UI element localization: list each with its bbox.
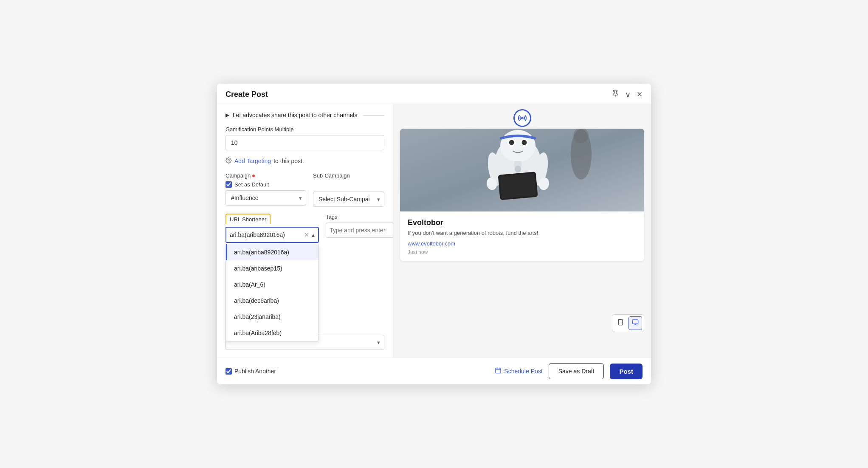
broadcast-icon-wrapper — [513, 109, 531, 127]
tags-group: Tags ▾ — [326, 214, 393, 250]
url-shortener-group: URL Shortener ✕ ▴ ari.ba(ariba892016a) a… — [225, 214, 319, 243]
publish-another-label: Publish Another — [234, 368, 276, 375]
left-panel: ▶ Let advocates share this post to other… — [217, 104, 393, 358]
url-shortener-dropdown: ari.ba(ariba892016a) ari.ba(aribasep15) … — [225, 244, 319, 341]
dropdown-item-4[interactable]: ari.ba(23janariba) — [226, 309, 318, 325]
preview-desc: If you don't want a generation of robots… — [408, 230, 637, 236]
sub-campaign-select-wrapper: Select Sub-Campaign (optional) ▾ — [313, 192, 384, 207]
section-divider — [363, 115, 384, 116]
svg-rect-20 — [618, 319, 622, 325]
campaign-col: Campaign Set as Default #Influence ▾ — [225, 172, 306, 207]
svg-point-17 — [515, 166, 521, 172]
modal-body: ▶ Let advocates share this post to other… — [217, 104, 651, 358]
tags-input[interactable] — [330, 223, 393, 237]
dropdown-item-3[interactable]: ari.ba(dec6ariba) — [226, 293, 318, 309]
url-chevron-up-icon[interactable]: ▴ — [312, 231, 315, 238]
view-toggle — [612, 314, 644, 332]
footer-left: Publish Another — [225, 368, 276, 375]
schedule-post-label: Schedule Post — [504, 368, 542, 375]
tags-label: Tags — [326, 214, 393, 220]
set-as-default-checkbox[interactable] — [225, 181, 232, 188]
publish-another-checkbox[interactable] — [225, 368, 232, 375]
svg-rect-22 — [632, 320, 638, 324]
sub-campaign-label: Sub-Campaign — [313, 172, 384, 179]
preview-link: www.evoltobor.com — [408, 240, 637, 247]
gamification-label: Gamification Points Multiple — [225, 126, 384, 133]
campaign-row: Campaign Set as Default #Influence ▾ — [225, 172, 384, 207]
url-shortener-input[interactable] — [230, 228, 304, 242]
close-icon[interactable]: ✕ — [637, 90, 643, 99]
preview-image — [400, 129, 644, 211]
add-targeting-row[interactable]: Add Targeting to this post. — [225, 157, 384, 165]
header-actions: ∨ ✕ — [612, 90, 643, 99]
calendar-icon — [495, 367, 502, 375]
url-clear-icon[interactable]: ✕ — [304, 231, 309, 238]
svg-rect-16 — [500, 173, 536, 198]
mobile-view-button[interactable] — [614, 316, 627, 330]
add-targeting-rest: to this post. — [273, 158, 304, 164]
modal-title: Create Post — [225, 90, 268, 99]
broadcast-icon — [513, 109, 531, 127]
targeting-gear-icon — [225, 157, 232, 165]
right-panel: Evoltobor If you don't want a generation… — [393, 104, 651, 358]
url-shortener-label: URL Shortener — [225, 214, 271, 224]
post-button[interactable]: Post — [610, 364, 643, 379]
schedule-post-button[interactable]: Schedule Post — [495, 367, 542, 375]
campaign-select-wrapper: #Influence ▾ — [225, 190, 306, 206]
gamification-group: Gamification Points Multiple — [225, 126, 384, 150]
svg-point-8 — [509, 140, 514, 145]
create-post-modal: Create Post ∨ ✕ ▶ Let advocates share th… — [217, 84, 651, 384]
save-draft-button[interactable]: Save as Draft — [549, 363, 604, 379]
desktop-view-button[interactable] — [628, 316, 642, 330]
modal-header: Create Post ∨ ✕ — [217, 84, 651, 104]
campaign-select[interactable]: #Influence — [225, 190, 306, 206]
sub-campaign-col: Sub-Campaign Select Sub-Campaign (option… — [313, 172, 384, 207]
add-targeting-link[interactable]: Add Targeting — [234, 158, 271, 164]
tags-input-wrapper: ▾ — [326, 223, 393, 238]
sub-campaign-select[interactable]: Select Sub-Campaign (optional) — [313, 192, 384, 207]
section-toggle[interactable]: ▶ Let advocates share this post to other… — [225, 112, 384, 118]
collapse-icon[interactable]: ∨ — [625, 90, 631, 99]
url-tags-row: URL Shortener ✕ ▴ ari.ba(ariba892016a) a… — [225, 214, 384, 250]
preview-title: Evoltobor — [408, 218, 637, 227]
required-indicator — [252, 175, 255, 177]
gamification-input[interactable] — [225, 135, 384, 150]
dropdown-item-1[interactable]: ari.ba(aribasep15) — [226, 260, 318, 276]
dropdown-item-5[interactable]: ari.ba(Ariba28feb) — [226, 325, 318, 341]
preview-content: Evoltobor If you don't want a generation… — [400, 211, 644, 261]
campaign-label: Campaign — [225, 172, 306, 179]
modal-footer: Publish Another Schedule Post Save as Dr… — [217, 358, 651, 384]
preview-time: Just now — [408, 249, 637, 255]
section-toggle-label: Let advocates share this post to other c… — [233, 112, 357, 118]
svg-point-9 — [522, 140, 527, 145]
svg-point-2 — [521, 117, 523, 119]
set-as-default-row: Set as Default — [225, 181, 306, 188]
toggle-arrow-icon: ▶ — [225, 112, 229, 118]
pin-icon[interactable] — [612, 90, 619, 99]
dropdown-item-0[interactable]: ari.ba(ariba892016a) — [226, 244, 318, 260]
set-as-default-label: Set as Default — [234, 181, 269, 188]
dropdown-item-2[interactable]: ari.ba(Ar_6) — [226, 276, 318, 293]
preview-card: Evoltobor If you don't want a generation… — [400, 129, 644, 261]
svg-point-1 — [228, 160, 230, 161]
svg-rect-25 — [496, 368, 501, 373]
url-input-wrapper: ✕ ▴ — [225, 227, 319, 243]
